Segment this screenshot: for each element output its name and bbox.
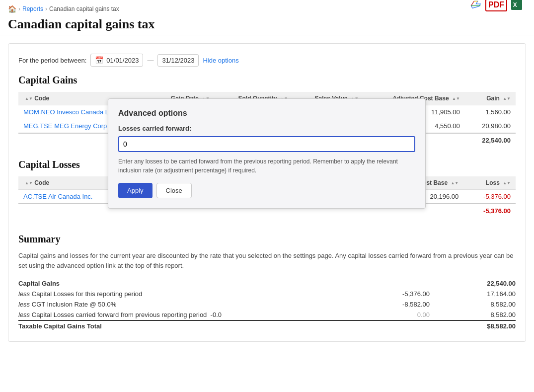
loss-value: -5,376.00: [463, 190, 516, 204]
stock-name-link[interactable]: MEG Energy Corp: [54, 122, 107, 130]
summary-value2: [364, 278, 440, 289]
stock-name-link[interactable]: Air Canada Inc.: [48, 193, 93, 200]
breadcrumb-current: Canadian capital gains tax: [49, 5, 119, 12]
start-date-input[interactable]: 📅 01/01/2023: [90, 54, 143, 67]
losses-input[interactable]: [118, 136, 415, 152]
summary-label: Taxable Capital Gains Total: [18, 320, 364, 331]
hide-options-link[interactable]: Hide options: [203, 57, 238, 64]
summary-table: Capital Gains 22,540.00 less Capital Los…: [18, 278, 516, 331]
start-date-value: 01/01/2023: [106, 57, 139, 64]
stock-code-link[interactable]: MEG.TSE: [23, 122, 53, 130]
google-drive-icon[interactable]: [470, 0, 481, 11]
summary-title: Summary: [18, 234, 516, 245]
end-date-value: 31/12/2023: [162, 57, 194, 64]
breadcrumb-reports-link[interactable]: Reports: [22, 5, 43, 12]
summary-value: 8,582.00: [440, 310, 516, 320]
summary-value: 17,164.00: [440, 289, 516, 299]
summary-row-total: Taxable Capital Gains Total $8,582.00: [18, 320, 516, 331]
summary-label: Capital Gains: [18, 278, 364, 289]
end-date-input[interactable]: 31/12/2023: [157, 54, 199, 67]
breadcrumb: 🏠 › Reports › Canadian capital gains tax: [8, 5, 526, 13]
gain-value: 20,980.00: [465, 119, 516, 134]
summary-row-carried-forward: less Capital Losses carried forward from…: [18, 310, 516, 320]
summary-value2: 0.00: [364, 310, 440, 320]
advanced-options-title: Advanced options: [118, 109, 415, 118]
home-icon[interactable]: 🏠: [8, 5, 16, 13]
summary-row-capital-gains: Capital Gains 22,540.00: [18, 278, 516, 289]
capital-gains-title: Capital Gains: [18, 75, 516, 86]
svg-text:X: X: [513, 1, 517, 8]
stock-name-link[interactable]: Invesco Canada Ltd: [57, 108, 114, 116]
stock-code-link[interactable]: MOM.NEO: [23, 108, 55, 116]
period-row: For the period between: 📅 01/01/2023 — 3…: [18, 54, 516, 67]
excel-export-icon[interactable]: X: [511, 0, 522, 11]
sort-icon: ▲▼: [451, 181, 458, 185]
col-loss[interactable]: Loss ▲▼: [463, 176, 516, 190]
gain-value: 1,560.00: [465, 105, 516, 119]
period-label: For the period between:: [18, 57, 86, 64]
summary-label: less Capital Losses carried forward from…: [18, 310, 364, 320]
summary-label: less CGT Inclusion Rate @ 50.0%: [18, 299, 364, 310]
calendar-icon: 📅: [95, 56, 103, 64]
summary-label: less Capital Losses for this reporting p…: [18, 289, 364, 299]
sort-icon: ▲▼: [503, 97, 511, 101]
summary-value: 8,582.00: [440, 299, 516, 310]
col-gain[interactable]: Gain ▲▼: [465, 92, 516, 105]
summary-value2: [364, 320, 440, 331]
pdf-export-icon[interactable]: PDF: [485, 0, 507, 11]
sort-icon: ▲▼: [503, 181, 511, 185]
sort-icon: ▲▼: [25, 181, 33, 185]
summary-value: $8,582.00: [440, 320, 516, 331]
sort-icon: ▲▼: [25, 97, 33, 101]
summary-value2: -5,376.00: [364, 289, 440, 299]
summary-row-losses: less Capital Losses for this reporting p…: [18, 289, 516, 299]
apply-button[interactable]: Apply: [118, 183, 153, 198]
summary-row-cgt-rate: less CGT Inclusion Rate @ 50.0% -8,582.0…: [18, 299, 516, 310]
summary-value2: -8,582.00: [364, 299, 440, 310]
page-title: Canadian capital gains tax: [8, 17, 154, 32]
summary-section: Summary Capital gains and losses for the…: [18, 234, 516, 331]
close-button[interactable]: Close: [156, 183, 192, 198]
capital-gains-total: 22,540.00: [465, 133, 516, 147]
advanced-options-panel: Advanced options Losses carried forward:…: [108, 98, 426, 209]
summary-value: 22,540.00: [440, 278, 516, 289]
losses-label: Losses carried forward:: [118, 125, 415, 132]
summary-description: Capital gains and losses for the current…: [18, 251, 516, 270]
sort-icon: ▲▼: [452, 97, 460, 101]
losses-hint: Enter any losses to be carried forward f…: [118, 157, 415, 175]
capital-losses-total: -5,376.00: [463, 204, 516, 218]
stock-code-link[interactable]: AC.TSE: [23, 193, 47, 200]
